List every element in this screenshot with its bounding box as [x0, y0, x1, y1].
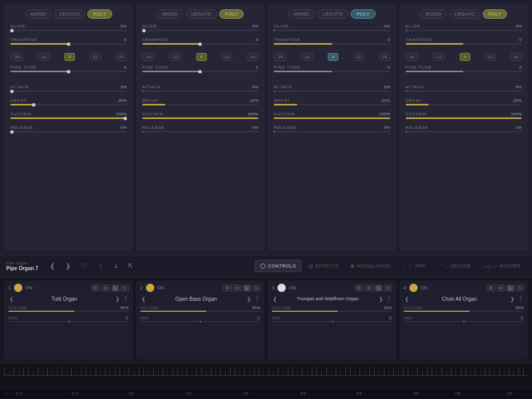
tranpose-slider-2[interactable] [142, 43, 259, 45]
tab-effects[interactable]: ◎ EFFECTS [303, 261, 344, 272]
tab-modulation[interactable]: ⊕ MODULATION [345, 261, 396, 272]
transpose-n24-1[interactable]: -24 [10, 53, 23, 61]
layer-settings-4[interactable]: ⚙ [486, 285, 495, 291]
finetune-slider-1[interactable] [10, 71, 127, 72]
layer-prev-2[interactable]: ❮ [140, 296, 147, 302]
expand-btn[interactable]: ⇱ [125, 261, 136, 271]
volume-track-4[interactable] [404, 311, 524, 312]
volume-track-3[interactable] [272, 311, 392, 312]
transpose-n12-4[interactable]: -12 [433, 53, 445, 61]
glide-slider-2[interactable] [142, 30, 259, 31]
poly-btn-1[interactable]: POLY [87, 9, 112, 19]
decay-slider-4[interactable] [406, 104, 522, 105]
attack-slider-3[interactable] [274, 90, 390, 92]
transpose-24-2[interactable]: 24 [247, 53, 258, 61]
attack-slider-1[interactable] [10, 90, 127, 92]
piano-ticks[interactable] [4, 367, 528, 383]
pan-track-1[interactable] [8, 321, 129, 322]
release-slider-1[interactable] [10, 131, 127, 132]
transpose-0-4[interactable]: 0 [460, 53, 470, 61]
glide-slider-4[interactable] [406, 30, 522, 31]
layer-next-4[interactable]: ❯ [509, 296, 515, 302]
layer-settings-2[interactable]: ⚙ [223, 285, 232, 291]
layer-more-2[interactable]: ⋮ [254, 295, 260, 302]
layer-S-4[interactable]: S [516, 285, 524, 291]
next-instrument-btn[interactable]: ❯ [62, 261, 74, 271]
finetune-slider-4[interactable] [406, 71, 522, 72]
legato-btn-1[interactable]: LEGATO [54, 9, 86, 19]
legato-btn-4[interactable]: LEGATO [449, 9, 481, 19]
transpose-0-3[interactable]: 0 [328, 53, 338, 61]
layer-knob-4[interactable] [409, 284, 418, 292]
poly-btn-2[interactable]: POLY [219, 9, 244, 19]
tab-arp[interactable]: ⋮⋮ ARP [397, 261, 431, 271]
tab-master[interactable]: —◇— MASTER [477, 261, 526, 271]
favorite-btn[interactable]: ♡ [78, 261, 91, 271]
sustain-slider-2[interactable] [142, 117, 259, 119]
tranpose-slider-4[interactable] [406, 43, 522, 45]
layer-more-1[interactable]: ⋮ [123, 295, 129, 302]
transpose-12-4[interactable]: 12 [485, 53, 496, 61]
pan-track-2[interactable] [140, 321, 261, 322]
release-slider-2[interactable] [142, 131, 259, 132]
poly-btn-4[interactable]: POLY [483, 9, 507, 19]
layer-knob-3[interactable] [277, 284, 286, 292]
pan-track-3[interactable] [272, 321, 392, 322]
more-options-btn[interactable]: ⋮ [95, 261, 107, 271]
legato-btn-2[interactable]: LEGATO [185, 9, 217, 19]
transpose-24-4[interactable]: 24 [511, 53, 522, 61]
transpose-n12-2[interactable]: -12 [169, 53, 182, 61]
layer-settings-1[interactable]: ⚙ [91, 285, 100, 291]
decay-slider-1[interactable] [10, 104, 127, 105]
glide-slider-1[interactable] [10, 30, 127, 31]
layer-midi-2[interactable]: M [233, 285, 242, 291]
transpose-n12-3[interactable]: -12 [301, 53, 313, 61]
layer-prev-4[interactable]: ❮ [404, 296, 410, 302]
mono-btn-3[interactable]: MONO [288, 9, 315, 19]
transpose-0-2[interactable]: 0 [196, 53, 207, 61]
decay-slider-3[interactable] [274, 104, 390, 105]
finetune-slider-3[interactable] [274, 71, 390, 72]
layer-L-3[interactable]: L [375, 285, 382, 291]
layer-L-2[interactable]: L [243, 285, 250, 291]
layer-S-2[interactable]: S [252, 285, 260, 291]
transpose-24-1[interactable]: 24 [116, 53, 127, 61]
mono-btn-1[interactable]: MONO [25, 9, 52, 19]
poly-btn-3[interactable]: POLY [351, 9, 375, 19]
volume-track-1[interactable] [8, 311, 129, 312]
legato-btn-3[interactable]: LEGATO [317, 9, 349, 19]
sustain-slider-3[interactable] [274, 117, 390, 119]
download-btn[interactable]: ⇣ [111, 261, 121, 271]
layer-knob-2[interactable] [146, 284, 154, 292]
layer-settings-3[interactable]: ⚙ [354, 285, 363, 291]
layer-S-3[interactable]: S [384, 285, 392, 291]
release-slider-3[interactable] [274, 131, 390, 132]
transpose-n12-1[interactable]: -12 [37, 53, 50, 61]
tranpose-slider-1[interactable] [10, 43, 127, 45]
transpose-12-1[interactable]: 12 [90, 53, 101, 61]
layer-knob-1[interactable] [14, 284, 22, 292]
mono-btn-4[interactable]: MONO [420, 9, 447, 19]
layer-next-1[interactable]: ❯ [114, 296, 121, 302]
layer-midi-4[interactable]: M [497, 285, 506, 291]
prev-instrument-btn[interactable]: ❮ [47, 261, 58, 271]
layer-midi-3[interactable]: M [365, 285, 374, 291]
release-slider-4[interactable] [406, 131, 522, 132]
attack-slider-4[interactable] [406, 90, 522, 92]
pan-track-4[interactable] [404, 321, 524, 322]
attack-slider-2[interactable] [142, 90, 259, 92]
decay-slider-2[interactable] [142, 104, 259, 105]
transpose-12-3[interactable]: 12 [353, 53, 364, 61]
sustain-slider-4[interactable] [406, 117, 522, 119]
layer-S-1[interactable]: S [121, 285, 128, 291]
transpose-0-1[interactable]: 0 [64, 53, 75, 61]
transpose-n24-3[interactable]: -24 [274, 53, 286, 61]
tab-vector[interactable]: ⋰⋱ VECTOR [432, 261, 476, 271]
layer-prev-1[interactable]: ❮ [8, 296, 15, 302]
finetune-slider-2[interactable] [142, 71, 259, 72]
mono-btn-2[interactable]: MONO [156, 9, 183, 19]
layer-L-1[interactable]: L [112, 285, 119, 291]
layer-L-4[interactable]: L [507, 285, 514, 291]
glide-slider-3[interactable] [274, 30, 390, 31]
layer-next-3[interactable]: ❯ [378, 296, 384, 302]
